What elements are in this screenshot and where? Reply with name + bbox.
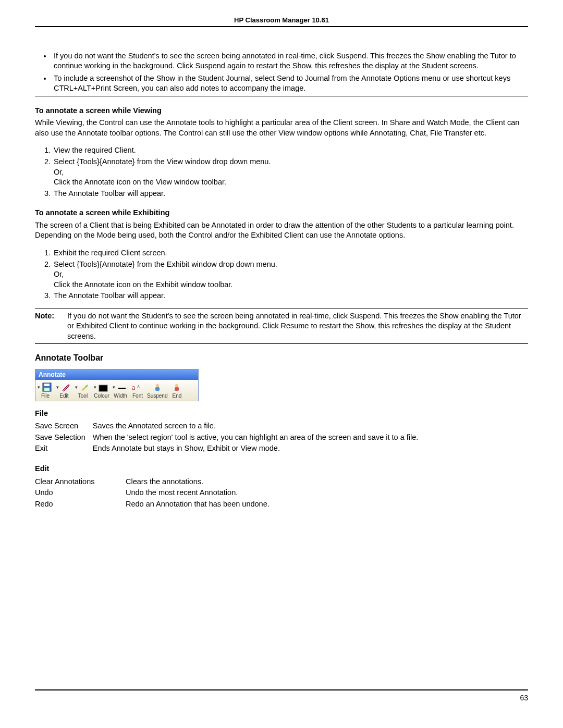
note-box: Note: If you do not want the Student's t… xyxy=(35,309,528,344)
list-item: View the required Client. xyxy=(53,145,528,156)
note-label: Note: xyxy=(35,311,64,342)
list-item: If you do not want the Student's to see … xyxy=(52,51,528,71)
toolbar-item-label: Suspend xyxy=(147,392,167,400)
viewing-heading: To annotate a screen while Viewing xyxy=(35,106,528,116)
toolbar-tool-button[interactable]: ▾ Tool xyxy=(75,381,91,400)
toolbar-font-button[interactable]: aA Font xyxy=(131,381,144,400)
exhibiting-intro: The screen of a Client that is being Exh… xyxy=(35,220,528,241)
term: Exit xyxy=(35,443,93,454)
toolbar-end-button[interactable]: End xyxy=(170,381,183,400)
file-menu-heading: File xyxy=(35,409,528,419)
svg-rect-10 xyxy=(175,387,179,391)
pencil-icon xyxy=(59,381,72,392)
list-item: To include a screenshot of the Show in t… xyxy=(52,73,528,94)
toolbar-body: ▾ File ▾ Edit ▾ Tool ▾ Colour ▾ Width aA… xyxy=(35,380,198,401)
divider xyxy=(35,96,528,96)
svg-point-7 xyxy=(156,384,159,387)
list-item: The Annotate Toolbar will appear. xyxy=(53,189,528,199)
svg-point-9 xyxy=(175,384,178,387)
toolbar-item-label: Font xyxy=(132,392,143,400)
table-row: Save ScreenSaves the Annotated screen to… xyxy=(35,421,422,432)
table-row: ExitEnds Annotate but stays in Show, Exh… xyxy=(35,443,422,454)
page-number: 63 xyxy=(520,693,528,703)
toolbar-item-label: File xyxy=(41,392,50,400)
line-width-icon xyxy=(116,381,128,392)
viewing-intro: While Viewing, the Control can use the A… xyxy=(35,118,528,138)
end-icon xyxy=(170,381,183,392)
toolbar-window-title: Annotate xyxy=(35,369,198,380)
dropdown-arrow-icon: ▾ xyxy=(94,384,96,390)
definition: Undo the most recent Annotation. xyxy=(126,487,274,499)
table-row: UndoUndo the most recent Annotation. xyxy=(35,487,274,499)
toolbar-item-label: Edit xyxy=(59,392,68,400)
toolbar-edit-button[interactable]: ▾ Edit xyxy=(56,381,72,400)
exhibiting-heading: To annotate a screen while Exhibiting xyxy=(35,208,528,218)
annotate-toolbar-window: Annotate ▾ File ▾ Edit ▾ Tool ▾ Colour ▾… xyxy=(35,369,199,401)
viewing-steps: View the required Client. Select {Tools}… xyxy=(35,145,528,199)
definition: Ends Annotate but stays in Show, Exhibit… xyxy=(93,443,423,454)
colour-swatch-icon xyxy=(97,381,109,392)
list-item: Select {Tools}{Annotate} from the View w… xyxy=(53,157,528,188)
intro-bullets: If you do not want the Student's to see … xyxy=(35,51,528,94)
list-item: The Annotate Toolbar will appear. xyxy=(53,291,528,301)
dropdown-arrow-icon: ▾ xyxy=(56,384,59,390)
toolbar-item-label: End xyxy=(173,392,182,400)
definition: Saves the Annotated screen to a file. xyxy=(93,421,423,432)
dropdown-arrow-icon: ▾ xyxy=(113,384,115,390)
term: Redo xyxy=(35,499,126,510)
toolbar-width-button[interactable]: ▾ Width xyxy=(113,381,128,400)
table-row: Save SelectionWhen the 'select region' t… xyxy=(35,432,422,443)
toolbar-item-label: Width xyxy=(114,392,127,400)
exhibiting-steps: Exhibit the required Client screen. Sele… xyxy=(35,248,528,301)
annotate-toolbar-heading: Annotate Toolbar xyxy=(35,352,528,364)
toolbar-colour-button[interactable]: ▾ Colour xyxy=(94,381,109,400)
definition: Redo an Annotation that has been undone. xyxy=(126,499,274,510)
svg-rect-8 xyxy=(155,387,160,391)
svg-rect-3 xyxy=(99,385,107,391)
list-item: Exhibit the required Client screen. xyxy=(53,248,528,258)
font-icon: aA xyxy=(131,381,144,392)
suspend-icon xyxy=(151,381,164,392)
edit-menu-table: Clear AnnotationsClears the annotations.… xyxy=(35,476,274,510)
svg-text:a: a xyxy=(132,384,136,391)
term: Save Selection xyxy=(35,432,93,443)
list-item: Select {Tools}{Annotate} from the Exhibi… xyxy=(53,260,528,290)
svg-rect-2 xyxy=(44,388,50,391)
term: Clear Annotations xyxy=(35,476,126,488)
term: Save Screen xyxy=(35,421,93,432)
page-header-title: HP Classroom Manager 10.61 xyxy=(35,16,528,25)
file-menu-table: Save ScreenSaves the Annotated screen to… xyxy=(35,421,422,454)
floppy-disk-icon xyxy=(41,381,53,392)
dropdown-arrow-icon: ▾ xyxy=(38,384,40,390)
svg-rect-1 xyxy=(44,384,50,386)
footer-rule xyxy=(35,689,528,690)
svg-text:A: A xyxy=(137,384,140,389)
definition: Clears the annotations. xyxy=(126,476,274,488)
table-row: RedoRedo an Annotation that has been und… xyxy=(35,499,274,510)
edit-menu-heading: Edit xyxy=(35,464,528,474)
toolbar-suspend-button[interactable]: Suspend xyxy=(147,381,167,400)
dropdown-arrow-icon: ▾ xyxy=(75,384,78,390)
table-row: Clear AnnotationsClears the annotations. xyxy=(35,476,274,488)
note-text: If you do not want the Student's to see … xyxy=(64,311,528,342)
toolbar-file-button[interactable]: ▾ File xyxy=(38,381,53,400)
toolbar-item-label: Colour xyxy=(94,392,109,400)
definition: When the 'select region' tool is active,… xyxy=(93,432,423,443)
term: Undo xyxy=(35,487,126,499)
toolbar-item-label: Tool xyxy=(78,392,88,400)
brush-icon xyxy=(78,381,91,392)
